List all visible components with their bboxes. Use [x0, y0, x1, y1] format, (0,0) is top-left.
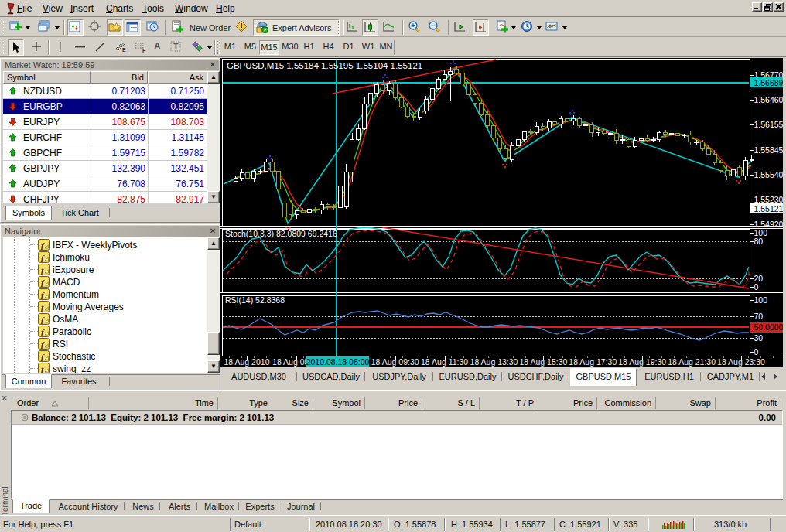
svg-text:30: 30 — [754, 333, 764, 343]
svg-text:18 Aug 19:30: 18 Aug 19:30 — [618, 357, 666, 367]
svg-text:1.56155: 1.56155 — [754, 120, 784, 129]
svg-text:F: F — [142, 48, 146, 53]
svg-text:E: E — [122, 47, 126, 53]
svg-text:50.0000: 50.0000 — [754, 322, 784, 332]
svg-text:18 Aug 09:30: 18 Aug 09:30 — [371, 357, 419, 367]
svg-text:18 Aug 15:30: 18 Aug 15:30 — [519, 357, 567, 367]
svg-text:GBPUSD,M15 1.55184 1.55195 1.: GBPUSD,M15 1.55184 1.55195 1.55104 1.551… — [227, 61, 422, 70]
svg-text:T: T — [173, 43, 178, 51]
svg-text:18 Aug 11:30: 18 Aug 11:30 — [421, 357, 468, 367]
svg-text:18 Aug 21:30: 18 Aug 21:30 — [668, 357, 716, 367]
svg-text:18 Aug 23:30: 18 Aug 23:30 — [717, 357, 765, 367]
svg-text:Stoch(10,3,3) 82.0809 69.2416: Stoch(10,3,3) 82.0809 69.2416 — [225, 229, 337, 238]
svg-text:2010.08.18 08:00: 2010.08.18 08:00 — [306, 357, 370, 367]
svg-text:1.55230: 1.55230 — [754, 195, 784, 204]
svg-text:−: − — [431, 22, 435, 29]
svg-text:80: 80 — [754, 237, 764, 246]
svg-text:0: 0 — [754, 347, 759, 356]
svg-text:1.55121: 1.55121 — [754, 204, 784, 213]
svg-text:RSI(14) 52.8368: RSI(14) 52.8368 — [225, 295, 285, 305]
svg-text:18 Aug 13:30: 18 Aug 13:30 — [470, 357, 518, 367]
svg-text:1.56689: 1.56689 — [754, 78, 784, 87]
svg-text:100: 100 — [754, 228, 768, 237]
svg-text:0: 0 — [754, 282, 759, 292]
svg-text:1.55845: 1.55845 — [754, 145, 784, 155]
svg-text:1.56460: 1.56460 — [754, 95, 784, 104]
svg-text:18 Aug 2010: 18 Aug 2010 — [224, 357, 270, 367]
svg-text:1.55540: 1.55540 — [754, 170, 784, 179]
svg-text:18 Aug 17:30: 18 Aug 17:30 — [569, 357, 617, 367]
svg-text:+: + — [411, 22, 415, 29]
svg-text:70: 70 — [754, 312, 764, 321]
svg-text:100: 100 — [754, 295, 768, 305]
